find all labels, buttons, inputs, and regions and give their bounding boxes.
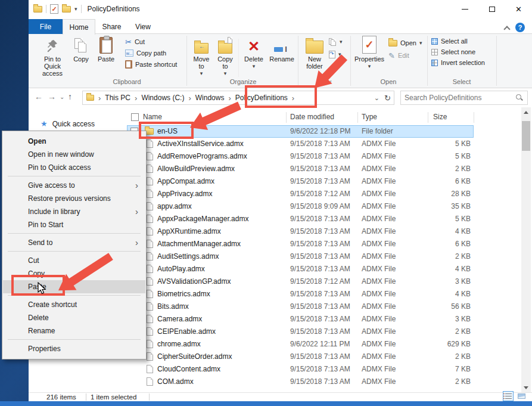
column-divider[interactable] — [428, 112, 428, 123]
file-row[interactable]: CloudContent.admx 9/15/2018 7:13 AM ADMX… — [127, 363, 474, 376]
new-folder-qat-icon[interactable] — [62, 6, 71, 13]
file-row[interactable]: AllowBuildPreview.admx 9/15/2018 7:13 AM… — [127, 163, 474, 175]
scroll-up-icon[interactable] — [521, 107, 531, 117]
file-row[interactable]: CipherSuiteOrder.admx 9/15/2018 7:13 AM … — [127, 351, 474, 363]
refresh-icon[interactable]: ↻ — [384, 94, 391, 103]
file-row[interactable]: Biometrics.admx 9/15/2018 7:13 AM ADMX F… — [127, 288, 474, 300]
open-button[interactable]: Open ▾ — [388, 38, 422, 48]
context-menu-item[interactable]: Cut › — [3, 254, 145, 267]
back-button[interactable]: ← — [35, 92, 43, 101]
context-menu-item[interactable]: Send to › — [3, 236, 145, 249]
vertical-scrollbar[interactable] — [521, 107, 531, 392]
file-row[interactable]: Camera.admx 9/15/2018 7:13 AM ADMX File … — [127, 313, 474, 326]
context-menu-item[interactable]: Create shortcut › — [3, 298, 145, 311]
scrollbar-thumb[interactable] — [522, 121, 530, 151]
close-button[interactable]: ✕ — [505, 0, 532, 18]
file-row[interactable]: AppXRuntime.admx 9/15/2018 7:13 AM ADMX … — [127, 225, 474, 238]
tab-file[interactable]: File — [29, 19, 63, 34]
select-all-icon — [431, 38, 438, 45]
context-menu-item[interactable]: Restore previous versions › — [3, 192, 145, 205]
column-header-name[interactable]: Name — [143, 113, 162, 121]
minimize-button[interactable] — [452, 0, 478, 18]
header-checkbox[interactable] — [131, 113, 139, 121]
open-icon — [388, 40, 397, 47]
breadcrumb-item[interactable]: This PC — [105, 94, 130, 102]
context-menu-item[interactable]: Rename › — [3, 324, 145, 337]
up-button[interactable]: ↑ — [68, 92, 72, 101]
column-divider[interactable] — [357, 112, 358, 123]
file-row[interactable]: AddRemovePrograms.admx 9/15/2018 7:13 AM… — [127, 150, 474, 163]
file-name: AuditSettings.admx — [157, 252, 219, 261]
file-row[interactable]: AuditSettings.admx 9/15/2018 7:13 AM ADM… — [127, 250, 474, 263]
file-icon — [147, 290, 153, 298]
file-name: AppPrivacy.admx — [157, 190, 212, 198]
file-date-modified: 9/15/2018 7:13 AM — [290, 152, 350, 160]
context-menu-item[interactable]: Pin to Start › — [3, 218, 145, 231]
select-none-button[interactable]: Select none — [431, 47, 475, 57]
copy-button[interactable]: Copy — [70, 36, 92, 63]
properties-qat-icon[interactable]: ✓ — [50, 4, 58, 14]
context-menu-item[interactable]: Open in new window › — [3, 148, 145, 161]
delete-button[interactable]: ✕ Delete▾ — [241, 36, 266, 70]
tab-home[interactable]: Home — [63, 19, 95, 35]
qat-dropdown-icon[interactable]: ▾ — [74, 6, 77, 12]
forward-button[interactable]: → — [48, 92, 56, 101]
file-row[interactable]: AutoPlay.admx 9/15/2018 7:13 AM ADMX Fil… — [127, 263, 474, 275]
file-row[interactable]: AttachmentManager.admx 9/15/2018 7:13 AM… — [127, 238, 474, 250]
column-divider[interactable] — [286, 112, 287, 123]
cut-button[interactable]: ✂ Cut — [125, 37, 145, 47]
quick-access-label: Quick access — [52, 120, 95, 128]
collapse-ribbon-icon[interactable] — [504, 25, 509, 30]
tab-share[interactable]: Share — [95, 19, 128, 34]
quick-access-toolbar: ✓ ▾ PolicyDefinitions — [33, 4, 140, 14]
new-item-button[interactable]: ▾ — [329, 37, 343, 47]
help-icon[interactable]: ? — [515, 23, 525, 32]
address-dropdown-icon[interactable]: ⌄ — [374, 94, 379, 102]
column-header-type[interactable]: Type — [362, 113, 377, 121]
file-row[interactable]: AppPrivacy.admx 9/15/2018 7:12 AM ADMX F… — [127, 188, 474, 200]
edit-button[interactable]: ✎ Edit — [388, 51, 409, 60]
file-row[interactable]: AppxPackageManager.admx 9/15/2018 7:13 A… — [127, 213, 474, 225]
context-menu-item[interactable]: Open › — [3, 135, 145, 148]
thumbnails-view-button[interactable] — [516, 391, 527, 401]
tab-view[interactable]: View — [128, 19, 158, 34]
file-date-modified: 9/15/2018 7:13 AM — [290, 377, 350, 386]
file-row[interactable]: AppCompat.admx 9/15/2018 7:13 AM ADMX Fi… — [127, 175, 474, 188]
search-input[interactable] — [405, 91, 512, 104]
column-divider[interactable] — [474, 112, 474, 123]
column-header-size[interactable]: Size — [433, 113, 447, 121]
context-menu-item[interactable]: Properties › — [3, 342, 145, 355]
paste-shortcut-button[interactable]: Paste shortcut — [125, 60, 177, 69]
move-to-button[interactable]: ← Move to▾ — [191, 36, 212, 77]
context-menu-item[interactable]: Give access to › — [3, 179, 145, 192]
copy-path-button[interactable]: w... Copy path — [125, 48, 166, 58]
file-name: AttachmentManager.admx — [157, 240, 241, 248]
breadcrumb-item[interactable]: Windows — [195, 94, 225, 102]
file-row[interactable]: Bits.admx 9/15/2018 7:13 AM ADMX File 56… — [127, 300, 474, 313]
search-icon[interactable] — [516, 94, 523, 101]
invert-selection-button[interactable]: Invert selection — [431, 58, 485, 67]
maximize-button[interactable] — [478, 0, 505, 18]
status-bar: 216 items 1 item selected — [29, 392, 532, 401]
context-menu-item[interactable]: Delete › — [3, 311, 145, 324]
details-view-button[interactable] — [503, 391, 514, 401]
paste-button[interactable]: Paste — [94, 36, 118, 63]
file-row[interactable]: ActiveXInstallService.admx 9/15/2018 7:1… — [127, 138, 474, 150]
column-header-date[interactable]: Date modified — [290, 113, 334, 121]
context-menu-item[interactable]: Pin to Quick access › — [3, 161, 145, 174]
sidebar-item-quick-access[interactable]: ★ Quick access — [41, 119, 95, 128]
rename-button[interactable]: I Rename — [267, 36, 297, 63]
file-row[interactable]: appv.admx 9/15/2018 9:09 AM ADMX File 35… — [127, 200, 474, 213]
file-row[interactable]: CEIPEnable.admx 9/15/2018 7:13 AM ADMX F… — [127, 326, 474, 338]
file-row[interactable]: COM.admx 9/15/2018 7:13 AM ADMX File 2 K… — [127, 376, 474, 388]
context-menu-item-label: Create shortcut — [28, 300, 77, 309]
recent-locations-dropdown-icon[interactable]: ⌄ — [60, 94, 64, 100]
select-all-button[interactable]: Select all — [431, 36, 468, 46]
context-menu-item[interactable]: Include in library › — [3, 205, 145, 218]
properties-button[interactable]: ✓ Properties▾ — [354, 36, 385, 70]
file-row[interactable]: chrome.admx 9/6/2022 12:11 PM ADMX File … — [127, 338, 474, 351]
breadcrumb-item[interactable]: Windows (C:) — [141, 94, 184, 102]
pin-to-quick-access-button[interactable]: Pin to Quick access — [36, 36, 69, 77]
file-row[interactable]: AVSValidationGP.admx 9/15/2018 7:12 AM A… — [127, 275, 474, 288]
copy-to-button[interactable]: Copy to▾ — [214, 36, 236, 77]
